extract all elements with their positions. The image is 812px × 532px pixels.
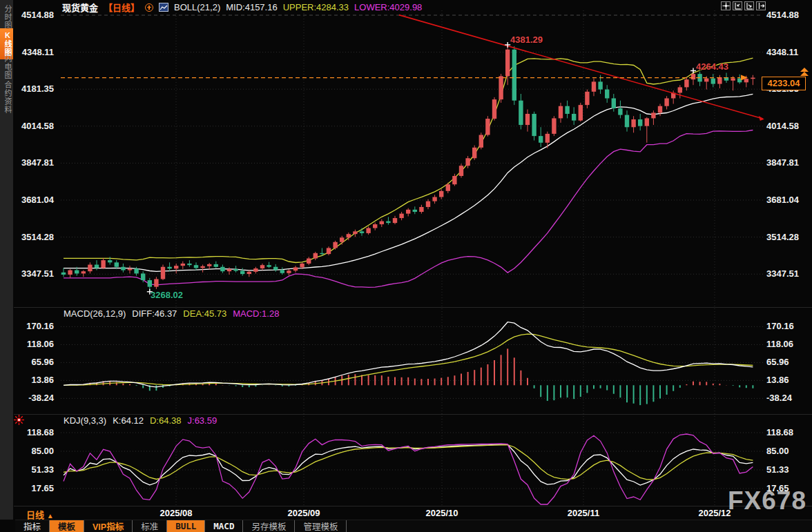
peak-price-annotation: 4381.29 (510, 35, 543, 45)
compress-right-icon[interactable] (744, 1, 754, 10)
trading-app-window: 4514.884514.884348.114348.114181.354181.… (0, 0, 812, 532)
period-selector-label: 日线 (26, 510, 44, 520)
swing-high-annotation: 4264.43 (696, 61, 728, 72)
chart-header: 现货黄金 【日线】 BOLL(21,2) MID:4157.16 UPPER:4… (62, 2, 422, 12)
toolbar-item-vip-indicators[interactable]: VIP指标 (84, 520, 133, 532)
boll-upper-value: UPPER:4284.33 (283, 2, 349, 12)
low-price-annotation: 3268.02 (151, 290, 183, 300)
toolbar-item-indicators[interactable]: 指标 (15, 520, 50, 532)
chart-tools (721, 1, 766, 10)
mini-chart-icon (159, 3, 168, 12)
last-price-box[interactable]: 4233.04 (762, 77, 806, 90)
move-tool-icon[interactable] (721, 1, 731, 10)
chevron-up-small-icon: ▲ (47, 512, 54, 520)
kdj-d-value: D:64.38 (150, 415, 182, 426)
compress-left-icon[interactable] (733, 1, 742, 10)
toolbar-item-manage-template[interactable]: 管理模板 (295, 520, 347, 532)
sidebar-item-contract-info[interactable]: 合约资料 (0, 78, 13, 117)
kdj-k-value: K:64.12 (113, 415, 144, 426)
toolbar-item-bull[interactable]: BULL (167, 520, 205, 532)
toolbar-item-standard[interactable]: 标准 (133, 520, 167, 532)
macd-macd-value: MACD:1.28 (233, 308, 279, 319)
watermark: FX678 (728, 486, 806, 515)
shift-right-icon[interactable] (756, 1, 766, 10)
period-tag: 【日线】 (104, 1, 139, 14)
boll-label: BOLL(21,2) (174, 2, 220, 12)
toolbar-item-macd[interactable]: MACD (205, 520, 243, 532)
toolbar-item-save-template[interactable]: 另存模板 (243, 520, 295, 532)
double-chevron-up-icon[interactable] (799, 66, 810, 77)
macd-header: MACD(26,12,9) DIFF:46.37 DEA:45.73 MACD:… (64, 308, 279, 319)
bottom-toolbar: 指标 模板 VIP指标 标准 BULL MACD 另存模板 管理模板 (15, 520, 812, 532)
kdj-title: KDJ(9,3,3) (64, 415, 106, 426)
macd-diff-value: DIFF:46.37 (132, 308, 177, 319)
macd-dea-value: DEA:45.73 (183, 308, 226, 319)
chart-type-sidebar: 分时图 K线图 闪电图 合约资料 (0, 0, 13, 520)
kdj-header: KDJ(9,3,3) K:64.12 D:64.38 J:63.59 (64, 415, 217, 426)
kdj-j-value: J:63.59 (188, 415, 218, 426)
macd-title: MACD(26,12,9) (64, 308, 126, 319)
plus-circle-icon[interactable] (145, 3, 153, 12)
boll-mid-value: MID:4157.16 (226, 2, 277, 12)
sun-marker-icon[interactable] (13, 414, 25, 426)
boll-lower-value: LOWER:4029.98 (354, 2, 422, 12)
toolbar-item-templates[interactable]: 模板 (50, 520, 84, 532)
symbol-name: 现货黄金 (62, 1, 98, 14)
chart-canvas[interactable] (0, 0, 812, 532)
